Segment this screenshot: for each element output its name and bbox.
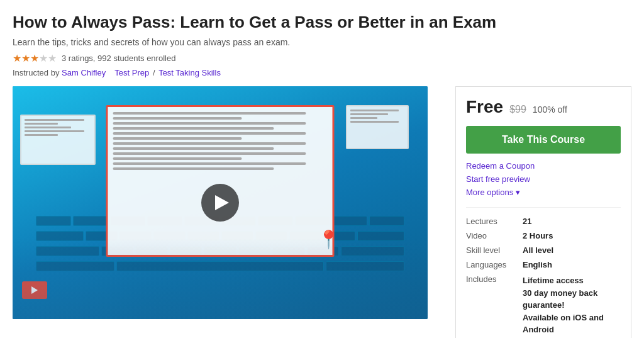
enroll-button[interactable]: Take This Course	[466, 126, 621, 154]
includes-value: Lifetime access 30 day money back guaran…	[523, 274, 621, 338]
key	[73, 216, 108, 226]
detail-includes: Includes Lifetime access 30 day money ba…	[466, 274, 621, 338]
detail-lectures: Lectures 21	[466, 217, 621, 226]
video-value: 2 Hours	[523, 231, 553, 240]
doc-line	[113, 167, 274, 170]
mini-line	[25, 119, 84, 121]
price-discount: 100% off	[533, 104, 567, 115]
star-5: ★	[48, 52, 57, 64]
doc-overlay	[106, 105, 335, 257]
course-title: How to Always Pass: Learn to Get a Pass …	[13, 13, 631, 32]
star-3: ★	[30, 52, 39, 64]
doc-line	[113, 157, 242, 160]
pricing-panel: Free $99 100% off Take This Course Redee…	[455, 86, 631, 338]
divider	[466, 207, 621, 208]
doc-line	[113, 137, 242, 140]
ratings-row: ★ ★ ★ ★ ★ 3 ratings, 992 students enroll…	[13, 52, 631, 64]
start-preview-link[interactable]: Start free preview	[466, 174, 621, 184]
includes-label: Includes	[466, 274, 523, 284]
more-options-link[interactable]: More options ▾	[466, 188, 621, 197]
star-1: ★	[13, 52, 21, 64]
doc-line	[113, 127, 274, 130]
mini-line	[25, 130, 84, 132]
small-card-left	[20, 115, 96, 165]
doc-line	[113, 132, 306, 135]
star-4: ★	[39, 52, 48, 64]
video-label: Video	[466, 231, 523, 240]
detail-skill: Skill level All level	[466, 245, 621, 255]
mini-line	[25, 134, 58, 136]
breadcrumb-separator: /	[153, 68, 157, 77]
key	[369, 216, 404, 226]
skill-label: Skill level	[466, 245, 523, 255]
star-2: ★	[21, 52, 30, 64]
doc-line	[113, 147, 274, 150]
main-content: 📍 Free $99 100% off Take This Cour	[13, 86, 631, 338]
doc-line	[113, 162, 306, 165]
price-original: $99	[509, 104, 526, 115]
star-rating: ★ ★ ★ ★ ★	[13, 52, 57, 64]
doc-line	[113, 112, 306, 115]
languages-label: Languages	[466, 260, 523, 269]
detail-languages: Languages English	[466, 260, 621, 269]
doc-line	[113, 122, 306, 125]
play-triangle-icon	[215, 195, 229, 210]
doc-line	[113, 117, 242, 120]
price-row: Free $99 100% off	[466, 97, 621, 117]
languages-value: English	[523, 260, 552, 269]
mini-line	[350, 121, 399, 123]
price-free: Free	[466, 97, 503, 117]
skill-value: All level	[523, 245, 553, 255]
doc-line	[113, 142, 306, 145]
instructor-link[interactable]: Sam Chifley	[62, 68, 106, 77]
mini-line	[350, 117, 377, 119]
breadcrumb-test-taking-link[interactable]: Test Taking Skills	[158, 68, 221, 77]
mini-line	[25, 123, 58, 125]
small-card-right	[346, 105, 409, 149]
instructor-row: Instructed by Sam Chifley Test Prep / Te…	[13, 68, 631, 77]
doc-line	[113, 152, 306, 155]
hands-area	[13, 238, 428, 320]
mini-line	[25, 127, 71, 128]
redeem-coupon-link[interactable]: Redeem a Coupon	[466, 161, 621, 171]
course-details: Lectures 21 Video 2 Hours Skill level Al…	[466, 217, 621, 338]
lectures-label: Lectures	[466, 217, 523, 226]
mini-line	[350, 113, 388, 115]
key	[332, 216, 367, 226]
detail-video: Video 2 Hours	[466, 231, 621, 240]
breadcrumb-test-prep-link[interactable]: Test Prep	[114, 68, 149, 77]
lectures-value: 21	[523, 217, 531, 226]
play-button[interactable]	[201, 184, 239, 222]
instructor-prefix: Instructed by	[13, 68, 59, 77]
action-links: Redeem a Coupon Start free preview More …	[466, 161, 621, 197]
course-image[interactable]: 📍	[13, 86, 428, 319]
left-column: 📍	[13, 86, 440, 319]
mini-line	[350, 110, 399, 111]
key	[36, 216, 71, 226]
course-subtitle: Learn the tips, tricks and secrets of ho…	[13, 37, 631, 47]
ratings-count: 3 ratings, 992 students enrolled	[62, 54, 175, 63]
